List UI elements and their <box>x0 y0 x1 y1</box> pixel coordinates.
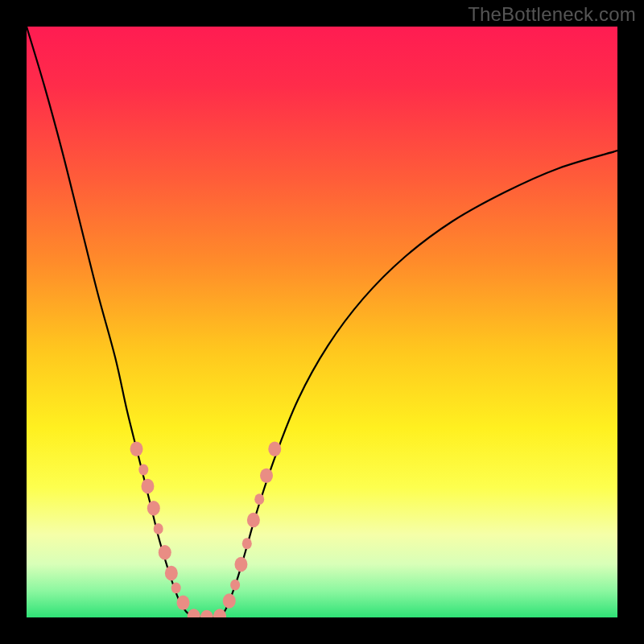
marker-point <box>268 442 281 456</box>
watermark-text: TheBottleneck.com <box>468 3 636 26</box>
marker-point <box>234 557 247 572</box>
bottleneck-curve <box>27 27 617 617</box>
marker-point <box>177 595 190 609</box>
marker-point <box>247 513 260 527</box>
chart-frame: TheBottleneck.com <box>0 0 644 644</box>
marker-point <box>230 580 240 591</box>
chart-curves <box>27 27 617 617</box>
marker-point <box>159 545 171 559</box>
marker-point <box>147 501 160 515</box>
marker-point <box>141 479 154 493</box>
plot-area <box>27 27 617 617</box>
marker-point <box>242 538 252 549</box>
marker-point <box>171 582 181 593</box>
curve-markers <box>130 442 282 617</box>
marker-point <box>138 464 148 476</box>
marker-point <box>254 493 264 505</box>
marker-point <box>154 523 163 535</box>
marker-point <box>130 442 143 456</box>
marker-point <box>260 469 273 483</box>
marker-point <box>223 593 236 608</box>
marker-point <box>188 609 200 617</box>
marker-point <box>200 610 213 617</box>
marker-point <box>165 566 178 580</box>
